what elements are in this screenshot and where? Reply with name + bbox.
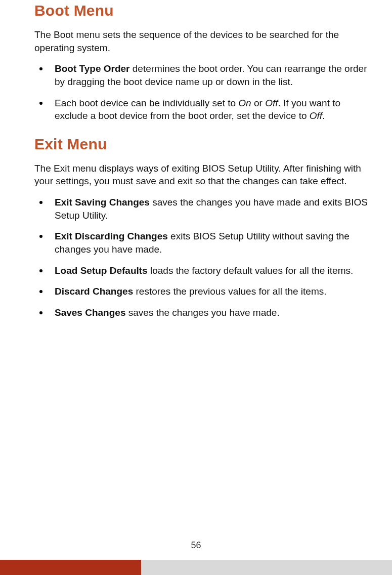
text-run: restores the previous values for all the…	[133, 286, 326, 297]
list-item: Boot Type Order determines the boot orde…	[34, 62, 376, 88]
text-run: Each boot device can be individually set…	[55, 98, 238, 108]
list-item: Exit Saving Changes saves the changes yo…	[34, 196, 376, 222]
text-run: Discard Changes	[55, 286, 133, 297]
intro-exit-menu: The Exit menu displays ways of exiting B…	[34, 162, 376, 188]
page-content: Boot Menu The Boot menu sets the sequenc…	[0, 2, 392, 319]
text-run: Exit Discarding Changes	[55, 231, 168, 241]
text-run: saves the changes you have made.	[125, 307, 279, 318]
text-run: Load Setup Defaults	[55, 265, 148, 276]
list-item: Discard Changes restores the previous va…	[34, 285, 376, 298]
text-run: Boot Type Order	[55, 63, 130, 74]
text-run: or	[251, 98, 265, 108]
footer-accent-left	[0, 560, 141, 575]
text-run: Saves Changes	[55, 307, 125, 318]
exit-menu-list: Exit Saving Changes saves the changes yo…	[34, 196, 376, 319]
text-run: Exit Saving Changes	[55, 197, 150, 208]
boot-menu-list: Boot Type Order determines the boot orde…	[34, 62, 376, 122]
intro-boot-menu: The Boot menu sets the sequence of the d…	[34, 28, 376, 54]
text-run: loads the factory default values for all…	[148, 265, 354, 276]
page-number: 56	[0, 540, 392, 551]
footer-accent-right	[141, 560, 392, 575]
text-run: .	[322, 110, 325, 121]
list-item: Each boot device can be individually set…	[34, 97, 376, 122]
text-run: Off	[265, 98, 278, 108]
list-item: Load Setup Defaults loads the factory de…	[34, 264, 376, 277]
list-item: Saves Changes saves the changes you have…	[34, 306, 376, 319]
heading-exit-menu: Exit Menu	[34, 136, 376, 153]
text-run: Off	[310, 110, 322, 121]
list-item: Exit Discarding Changes exits BIOS Setup…	[34, 230, 376, 256]
heading-boot-menu: Boot Menu	[34, 2, 376, 19]
footer-bar	[0, 560, 392, 575]
text-run: On	[238, 98, 251, 108]
